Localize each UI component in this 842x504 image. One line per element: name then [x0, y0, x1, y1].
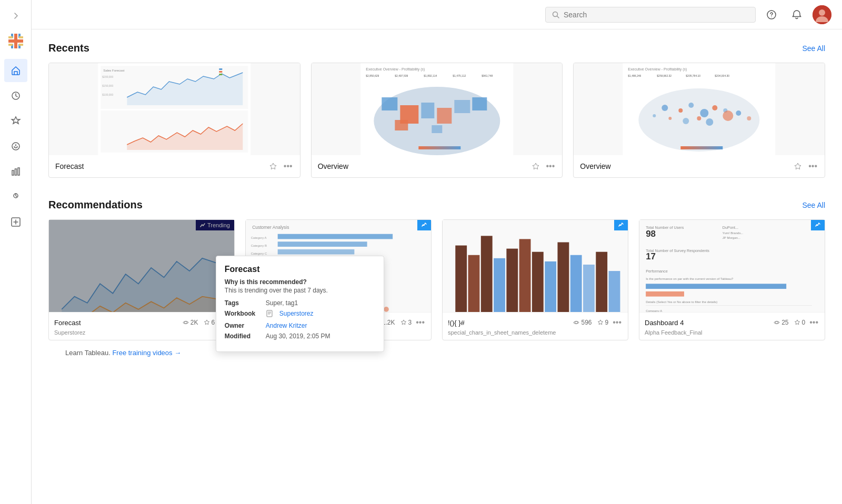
svg-rect-49	[454, 100, 470, 113]
rec-forecast-thumbnail: Trending	[49, 220, 234, 312]
rec-forecast-footer: Forecast 2K 6 •••	[49, 312, 234, 340]
svg-text:$150,000: $150,000	[102, 84, 113, 87]
sidebar-item-favorites[interactable]	[4, 109, 27, 133]
tooltip-why-desc: This is trending over the past 7 days.	[225, 287, 375, 294]
sidebar-item-recents[interactable]	[4, 84, 27, 107]
svg-text:Category B: Category B	[251, 244, 267, 247]
search-bar[interactable]	[545, 7, 756, 23]
svg-rect-75	[681, 146, 723, 149]
tooltip-modified-value: Aug 30, 2019, 2:05 PM	[266, 332, 330, 340]
forecast-more-button[interactable]: •••	[283, 160, 294, 172]
overview1-footer: Overview •••	[312, 155, 563, 177]
svg-text:$100,000: $100,000	[102, 93, 113, 96]
recommendations-see-all[interactable]: See All	[802, 201, 825, 209]
rec-card-exclamation[interactable]: !(){ }# 596 9 •••	[442, 219, 628, 340]
svg-point-74	[747, 116, 751, 120]
forecast-thumbnail: Sales Forecast $200,000 $150,000 $100,00…	[49, 63, 300, 155]
tooltip-owner-row: Owner Andrew Kritzer	[225, 322, 375, 329]
svg-rect-108	[494, 258, 505, 312]
app-logo[interactable]	[6, 32, 25, 51]
recent-card-overview2[interactable]: Executive Overview - Profitability (s) $…	[573, 63, 825, 178]
forecast-favorite-button[interactable]	[268, 161, 278, 172]
svg-point-62	[679, 108, 683, 113]
svg-rect-80	[267, 310, 272, 317]
rec-forecast-owner: Superstorez	[54, 329, 229, 336]
svg-text:JP Morgan...: JP Morgan...	[723, 236, 740, 239]
svg-rect-17	[18, 168, 19, 175]
recent-card-forecast[interactable]: Sales Forecast $200,000 $150,000 $100,00…	[48, 63, 300, 178]
rec-card-dashboard4[interactable]: Total Number of Users 98 DuPont... Yum! …	[639, 219, 825, 340]
svg-text:Company A: Company A	[646, 309, 663, 312]
recents-see-all[interactable]: See All	[802, 44, 825, 53]
trending-icon	[200, 223, 205, 228]
overview1-card-title: Overview	[318, 162, 527, 170]
svg-rect-50	[472, 97, 487, 110]
svg-text:17: 17	[646, 251, 656, 261]
recommendations-section-header: Recommendations See All	[48, 199, 825, 211]
search-input[interactable]	[564, 11, 749, 19]
svg-text:$259,962.32: $259,962.32	[657, 74, 672, 77]
user-avatar[interactable]	[813, 5, 831, 24]
rec-dashboard4-badge	[811, 220, 825, 230]
svg-rect-85	[278, 249, 355, 255]
notifications-button[interactable]	[787, 5, 806, 24]
rec-exclamation-footer: !(){ }# 596 9 •••	[443, 312, 628, 340]
tooltip-workbook-label: Workbook	[225, 310, 262, 317]
svg-rect-117	[609, 271, 620, 312]
recent-card-overview1[interactable]: Executive Overview - Profitability (s) $…	[311, 63, 563, 178]
overview2-more-button[interactable]: •••	[807, 160, 818, 172]
tooltip-why-label: Why is this recommended?	[225, 278, 375, 286]
rec-exclamation-title: !(){ }#	[448, 319, 570, 327]
rec-forecast-favorites: 6	[204, 319, 215, 326]
overview1-thumbnail: Executive Overview - Profitability (s) $…	[312, 63, 563, 155]
overview2-favorite-button[interactable]	[793, 161, 803, 172]
rec-forecast-title: Forecast	[54, 319, 179, 327]
svg-rect-105	[455, 246, 467, 312]
svg-rect-0	[14, 34, 17, 40]
forecast-footer: Forecast •••	[49, 155, 300, 177]
help-button[interactable]	[762, 5, 781, 24]
svg-rect-83	[278, 234, 393, 239]
rec-exclamation-badge	[614, 220, 628, 230]
svg-text:Sales Forecast: Sales Forecast	[103, 69, 124, 72]
sidebar-expand-button[interactable]	[4, 4, 27, 27]
overview2-thumbnail: Executive Overview - Profitability (s) $…	[574, 63, 825, 155]
svg-text:$961,748: $961,748	[482, 74, 493, 77]
svg-rect-116	[596, 252, 607, 312]
training-videos-link[interactable]: Free training videos →	[112, 349, 181, 357]
recommendations-grid: Trending Forecast	[48, 219, 825, 340]
rec-card-forecast[interactable]: Trending Forecast	[48, 219, 235, 340]
recents-section-header: Recents See All	[48, 42, 825, 54]
svg-rect-10	[19, 36, 23, 38]
tooltip-workbook-link[interactable]: Superstorez	[279, 310, 314, 317]
sidebar-item-recommendations[interactable]	[4, 185, 27, 208]
svg-point-69	[697, 116, 701, 120]
svg-rect-1	[14, 42, 17, 48]
svg-text:Yum! Brands...: Yum! Brands...	[723, 231, 744, 235]
svg-rect-111	[532, 252, 544, 312]
main-content: Recents See All Sales Forecast $200,000 …	[32, 0, 842, 504]
rec-customer-more-button[interactable]: •••	[415, 317, 426, 328]
views-icon	[183, 319, 189, 326]
tooltip-owner-link[interactable]: Andrew Kritzer	[266, 322, 307, 329]
sidebar-item-shared[interactable]	[4, 210, 27, 234]
svg-text:$1,892,114: $1,892,114	[424, 74, 437, 77]
sidebar-item-history[interactable]	[4, 135, 27, 158]
forecast-card-title: Forecast	[55, 162, 265, 170]
svg-rect-53	[418, 146, 460, 149]
rec-exclamation-more-button[interactable]: •••	[612, 317, 623, 328]
sidebar-item-analytics[interactable]	[4, 160, 27, 183]
svg-text:$1,475,112: $1,475,112	[453, 74, 466, 77]
svg-rect-33	[219, 71, 222, 73]
star-icon	[204, 319, 210, 326]
svg-rect-107	[481, 236, 493, 312]
svg-text:$204,004.30: $204,004.30	[715, 74, 730, 77]
overview1-more-button[interactable]: •••	[545, 160, 556, 172]
forecast-actions: •••	[268, 160, 294, 172]
overview1-favorite-button[interactable]	[530, 161, 541, 172]
svg-point-63	[689, 103, 694, 108]
rec-dashboard4-more-button[interactable]: •••	[808, 317, 819, 328]
svg-rect-52	[432, 125, 442, 133]
sidebar-item-home[interactable]	[4, 59, 27, 82]
svg-point-68	[683, 118, 689, 124]
